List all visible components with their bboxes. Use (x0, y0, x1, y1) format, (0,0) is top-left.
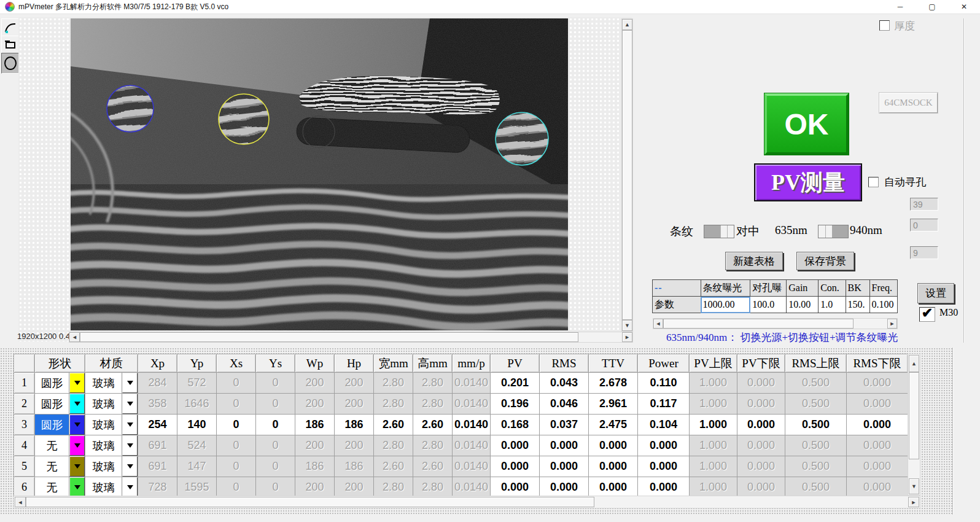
settings-button[interactable]: 设置 (917, 283, 954, 303)
value-cell[interactable]: 0 (256, 435, 295, 456)
wavelength-toggle[interactable] (818, 225, 849, 238)
material-cell[interactable]: 玻璃 (85, 456, 122, 477)
material-dropdown[interactable] (122, 456, 138, 477)
scroll-left-button[interactable]: ◄ (15, 497, 26, 507)
value-cell[interactable]: 0.0140 (453, 415, 491, 435)
value-cell[interactable]: 0 (256, 415, 295, 435)
value-cell[interactable]: 0.0140 (453, 456, 491, 477)
value-cell[interactable]: 200 (295, 477, 335, 498)
close-button[interactable]: ✕ (948, 0, 980, 14)
value-cell[interactable]: 2.60 (374, 456, 413, 477)
limit-cell[interactable]: 0.000 (847, 373, 908, 394)
value-cell[interactable]: 0 (217, 394, 256, 415)
param-value-cell[interactable]: 1.0 (819, 297, 846, 313)
material-dropdown[interactable] (122, 477, 138, 498)
shape-cell[interactable]: 无 (35, 435, 69, 456)
value-cell[interactable]: 2.60 (413, 456, 453, 477)
scroll-left-button[interactable]: ◄ (653, 319, 663, 329)
material-cell[interactable]: 玻璃 (85, 373, 122, 394)
shape-cell[interactable]: 无 (35, 456, 69, 477)
value-cell[interactable]: 0.0140 (453, 394, 491, 415)
limit-cell[interactable]: 1.000 (690, 415, 737, 435)
dropdown-button[interactable] (69, 456, 85, 477)
param-field-top[interactable]: 39 (910, 198, 938, 211)
value-cell[interactable]: 2.80 (413, 477, 453, 498)
value-cell[interactable]: 572 (177, 373, 217, 394)
scroll-right-button[interactable]: ► (622, 332, 632, 342)
measure-cell[interactable]: 0.043 (540, 373, 589, 394)
shape-color-dropdown[interactable] (69, 415, 85, 435)
row-number[interactable]: 6 (14, 477, 35, 498)
value-cell[interactable]: 2.80 (413, 394, 453, 415)
value-cell[interactable]: 0 (217, 435, 256, 456)
material-dropdown[interactable] (122, 373, 138, 394)
measure-cell[interactable]: 0.196 (491, 394, 540, 415)
scroll-right-button[interactable]: ► (908, 497, 919, 507)
dropdown-button[interactable] (69, 435, 85, 456)
limit-cell[interactable]: 0.000 (847, 435, 908, 456)
measure-cell[interactable]: 0.000 (638, 435, 690, 456)
measure-cell[interactable]: 0.000 (589, 435, 638, 456)
measure-cell[interactable]: 0.000 (638, 456, 690, 477)
measure-cell[interactable]: 2.475 (589, 415, 638, 435)
dropdown-button[interactable] (69, 415, 85, 435)
scroll-up-button[interactable]: ▲ (909, 355, 919, 372)
shape-color-dropdown[interactable] (69, 477, 85, 498)
limit-cell[interactable]: 0.000 (847, 456, 908, 477)
socket-status-button[interactable]: 64CMSOCK (879, 93, 938, 113)
horizontal-scroll-thumb[interactable] (80, 332, 578, 342)
measure-cell[interactable]: 0.000 (589, 477, 638, 498)
maximize-button[interactable]: ▢ (916, 0, 948, 14)
value-cell[interactable]: 691 (138, 435, 177, 456)
shape-cell[interactable]: 无 (35, 477, 69, 498)
value-cell[interactable]: 200 (295, 394, 335, 415)
value-cell[interactable]: 1646 (177, 394, 217, 415)
scroll-right-button[interactable]: ► (887, 319, 897, 329)
limit-cell[interactable]: 0.500 (785, 435, 847, 456)
ellipse-tool-button[interactable] (1, 53, 20, 74)
measure-cell[interactable]: 0.000 (540, 456, 589, 477)
value-cell[interactable]: 0.0140 (453, 435, 491, 456)
param-value-cell[interactable]: 0.100 (869, 297, 897, 313)
value-cell[interactable]: 186 (335, 456, 374, 477)
param-value-cell[interactable]: 150. (846, 297, 869, 313)
m30-checkbox[interactable]: ✔ (919, 307, 935, 322)
limit-cell[interactable]: 0.000 (847, 477, 908, 498)
row-number[interactable]: 2 (14, 394, 35, 415)
value-cell[interactable]: 691 (138, 456, 177, 477)
dropdown-button[interactable] (69, 373, 85, 393)
value-cell[interactable]: 0 (217, 456, 256, 477)
dropdown-button[interactable] (122, 435, 138, 456)
save-background-button[interactable]: 保存背景 (796, 252, 854, 270)
fringe-center-toggle[interactable] (704, 225, 734, 238)
value-cell[interactable]: 0.0140 (453, 373, 491, 394)
limit-cell[interactable]: 0.000 (737, 394, 785, 415)
horizontal-scroll-thumb[interactable] (663, 319, 854, 329)
value-cell[interactable]: 524 (177, 435, 217, 456)
pv-measure-button[interactable]: PV测量 (754, 163, 862, 201)
measure-cell[interactable]: 0.000 (540, 435, 589, 456)
material-cell[interactable]: 玻璃 (85, 394, 122, 415)
row-number[interactable]: 4 (14, 435, 35, 456)
limit-cell[interactable]: 1.000 (690, 435, 737, 456)
value-cell[interactable]: 2.80 (374, 373, 413, 394)
shape-color-dropdown[interactable] (69, 456, 85, 477)
limit-cell[interactable]: 1.000 (690, 373, 737, 394)
value-cell[interactable]: 200 (335, 435, 374, 456)
value-cell[interactable]: 2.60 (413, 415, 453, 435)
shape-color-dropdown[interactable] (69, 373, 85, 394)
limit-cell[interactable]: 1.000 (690, 477, 737, 498)
value-cell[interactable]: 0 (256, 373, 295, 394)
ok-status-button[interactable]: OK (764, 93, 849, 155)
limit-cell[interactable]: 1.000 (690, 456, 737, 477)
value-cell[interactable]: 0 (256, 456, 295, 477)
measure-cell[interactable]: 0.000 (491, 456, 540, 477)
value-cell[interactable]: 200 (295, 435, 335, 456)
measure-cell[interactable]: 0.000 (491, 435, 540, 456)
measure-cell[interactable]: 0.037 (540, 415, 589, 435)
limit-cell[interactable]: 0.500 (785, 373, 847, 394)
limit-cell[interactable]: 0.500 (785, 456, 847, 477)
material-dropdown[interactable] (122, 435, 138, 456)
vertical-scroll-thumb[interactable] (622, 30, 632, 320)
param-field-bottom[interactable]: 9 (910, 246, 938, 259)
